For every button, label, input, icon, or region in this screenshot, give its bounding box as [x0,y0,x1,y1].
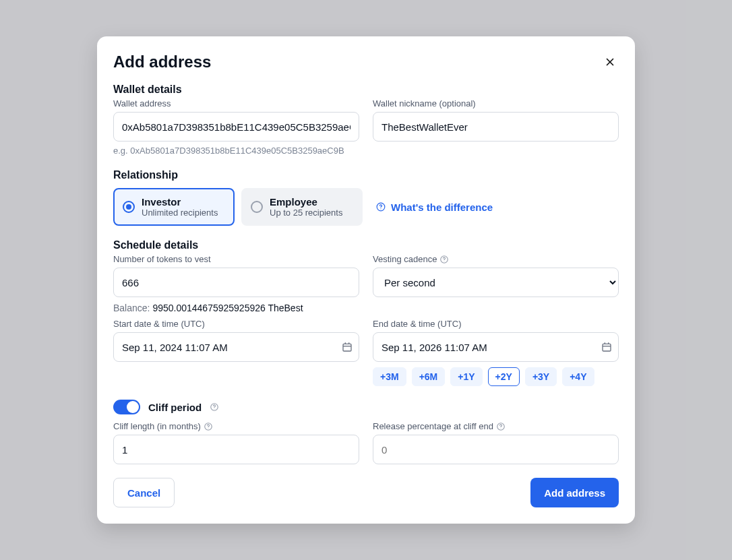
modal-overlay: Add address Wallet details Wallet addres… [0,0,732,560]
wallet-nickname-input[interactable] [373,112,619,142]
relationship-employee-option[interactable]: Employee Up to 25 recipients [241,188,363,226]
svg-point-17 [208,428,208,429]
relationship-option-sub: Unlimited recipients [142,208,218,218]
release-percentage-label-text: Release percentage at cliff end [373,421,493,431]
release-percentage-input[interactable] [373,435,619,464]
modal-header: Add address [113,53,619,71]
info-icon [204,422,213,431]
whats-the-difference-label: What's the difference [391,201,493,213]
svg-point-5 [444,261,445,261]
release-percentage-label: Release percentage at cliff end [373,421,619,431]
preset-chip-3y[interactable]: +3Y [525,367,557,386]
cliff-length-label-text: Cliff length (in months) [113,421,201,431]
balance-text: Balance: 9950.00144675925925926 TheBest [113,303,619,313]
vesting-cadence-select[interactable]: Per second [373,268,619,297]
start-date-label: Start date & time (UTC) [113,319,359,329]
wallet-nickname-label: Wallet nickname (optional) [373,98,619,108]
balance-label: Balance: [113,303,150,313]
cliff-length-input[interactable] [113,435,359,464]
preset-chip-1y[interactable]: +1Y [450,367,482,386]
wallet-details-title: Wallet details [113,84,619,96]
schedule-details-title: Schedule details [113,239,619,251]
info-icon [439,255,449,264]
schedule-details-section: Schedule details Number of tokens to ves… [113,239,619,386]
add-address-modal: Add address Wallet details Wallet addres… [97,36,635,524]
relationship-investor-option[interactable]: Investor Unlimited recipients [113,188,235,226]
whats-the-difference-link[interactable]: What's the difference [376,201,493,213]
close-button[interactable] [601,53,619,71]
info-icon [496,422,506,431]
relationship-title: Relationship [113,169,619,181]
preset-chip-6m[interactable]: +6M [412,367,446,386]
svg-point-15 [214,408,215,409]
modal-title: Add address [113,53,211,71]
toggle-knob [127,401,139,413]
radio-icon [251,201,263,213]
date-preset-chips: +3M +6M +1Y +2Y +3Y +4Y [373,367,619,386]
radio-icon [123,201,135,213]
cliff-period-label: Cliff period [148,402,202,413]
relationship-section: Relationship Investor Unlimited recipien… [113,169,619,226]
cliff-period-toggle[interactable] [113,400,140,414]
cliff-section: Cliff period Cliff length (in months) Re… [113,400,619,464]
balance-value: 9950.00144675925925926 TheBest [152,303,303,313]
preset-chip-4y[interactable]: +4Y [562,367,594,386]
end-date-input[interactable] [373,332,619,362]
end-date-label: End date & time (UTC) [373,319,619,329]
preset-chip-2y[interactable]: +2Y [488,367,520,386]
close-icon [604,56,616,68]
wallet-address-input[interactable] [113,112,359,142]
tokens-to-vest-label: Number of tokens to vest [113,254,359,264]
relationship-option-title: Employee [270,196,342,208]
question-circle-icon [376,202,386,212]
preset-chip-3m[interactable]: +3M [373,367,406,386]
relationship-option-title: Investor [142,196,218,208]
add-address-button[interactable]: Add address [530,478,619,507]
vesting-cadence-label: Vesting cadence [373,254,619,264]
modal-footer: Cancel Add address [113,478,619,507]
vesting-cadence-label-text: Vesting cadence [373,254,437,264]
wallet-details-section: Wallet details Wallet address e.g. 0xAb5… [113,84,619,156]
wallet-address-helper: e.g. 0xAb5801a7D398351b8bE11C439e05C5B32… [113,146,359,156]
relationship-option-sub: Up to 25 recipients [270,208,342,218]
svg-point-19 [501,428,501,429]
wallet-address-label: Wallet address [113,98,359,108]
svg-point-3 [380,208,381,209]
tokens-to-vest-input[interactable] [113,268,359,297]
cliff-length-label: Cliff length (in months) [113,421,359,431]
start-date-input[interactable] [113,332,359,362]
info-icon [210,402,219,412]
cancel-button[interactable]: Cancel [113,478,175,507]
